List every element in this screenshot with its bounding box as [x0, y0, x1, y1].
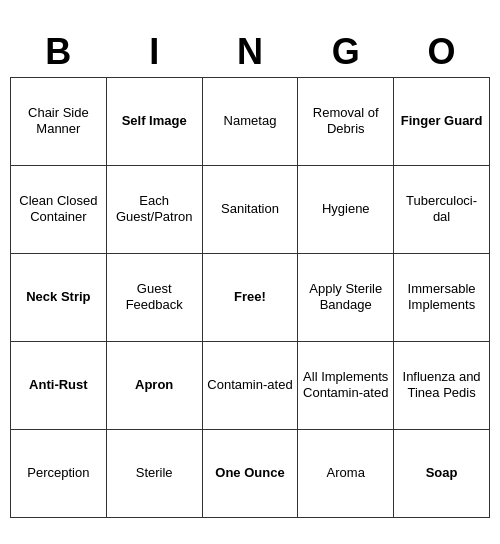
- bingo-cell-3-3: All Implements Contamin-ated: [298, 341, 394, 429]
- bingo-row-2: Neck StripGuest FeedbackFree!Apply Steri…: [11, 253, 490, 341]
- bingo-cell-4-2: One Ounce: [202, 429, 298, 517]
- bingo-cell-1-2: Sanitation: [202, 165, 298, 253]
- bingo-cell-3-4: Influenza and Tinea Pedis: [394, 341, 490, 429]
- bingo-cell-1-1: Each Guest/Patron: [106, 165, 202, 253]
- bingo-row-1: Clean Closed ContainerEach Guest/PatronS…: [11, 165, 490, 253]
- bingo-cell-2-1: Guest Feedback: [106, 253, 202, 341]
- bingo-card: BINGO Chair Side MannerSelf ImageNametag…: [10, 27, 490, 518]
- bingo-cell-3-0: Anti-Rust: [11, 341, 107, 429]
- bingo-cell-2-3: Apply Sterile Bandage: [298, 253, 394, 341]
- header-letter-g: G: [298, 27, 394, 78]
- bingo-row-0: Chair Side MannerSelf ImageNametagRemova…: [11, 77, 490, 165]
- bingo-cell-1-0: Clean Closed Container: [11, 165, 107, 253]
- bingo-cell-3-1: Apron: [106, 341, 202, 429]
- bingo-row-4: PerceptionSterileOne OunceAromaSoap: [11, 429, 490, 517]
- bingo-cell-2-2: Free!: [202, 253, 298, 341]
- header-letter-i: I: [106, 27, 202, 78]
- bingo-cell-2-4: Immersable Implements: [394, 253, 490, 341]
- header-letter-o: O: [394, 27, 490, 78]
- bingo-cell-4-1: Sterile: [106, 429, 202, 517]
- bingo-cell-0-0: Chair Side Manner: [11, 77, 107, 165]
- bingo-cell-1-4: Tuberculoci-dal: [394, 165, 490, 253]
- header-letter-n: N: [202, 27, 298, 78]
- bingo-cell-0-4: Finger Guard: [394, 77, 490, 165]
- bingo-cell-0-1: Self Image: [106, 77, 202, 165]
- header-letter-b: B: [11, 27, 107, 78]
- bingo-cell-0-2: Nametag: [202, 77, 298, 165]
- bingo-cell-1-3: Hygiene: [298, 165, 394, 253]
- bingo-cell-4-3: Aroma: [298, 429, 394, 517]
- bingo-cell-3-2: Contamin-ated: [202, 341, 298, 429]
- bingo-cell-4-4: Soap: [394, 429, 490, 517]
- bingo-cell-0-3: Removal of Debris: [298, 77, 394, 165]
- bingo-row-3: Anti-RustApronContamin-atedAll Implement…: [11, 341, 490, 429]
- bingo-cell-2-0: Neck Strip: [11, 253, 107, 341]
- bingo-cell-4-0: Perception: [11, 429, 107, 517]
- bingo-header-row: BINGO: [11, 27, 490, 78]
